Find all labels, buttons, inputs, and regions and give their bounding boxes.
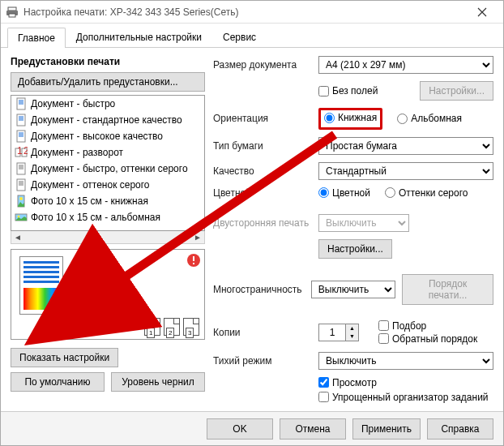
preset-label: Документ - высокое качество xyxy=(31,131,163,142)
doc-size-label: Размер документа xyxy=(213,59,312,71)
borderless-settings-button[interactable]: Настройки... xyxy=(420,81,493,101)
spread-icon: 12 xyxy=(15,146,28,159)
copies-down-button[interactable]: ▼ xyxy=(345,332,358,341)
tab-main[interactable]: Главное xyxy=(7,28,66,48)
copies-input[interactable] xyxy=(319,325,345,340)
preview-document-icon xyxy=(19,256,63,315)
copies-up-button[interactable]: ▲ xyxy=(345,324,358,332)
paper-type-select[interactable]: Простая бумага xyxy=(318,137,493,155)
quiet-label: Тихий режим xyxy=(213,355,312,367)
preset-item[interactable]: Фото 10 x 15 см - книжная xyxy=(11,193,204,209)
help-button[interactable]: Справка xyxy=(427,418,493,440)
quality-label: Качество xyxy=(213,165,312,177)
preset-label: Фото 10 x 15 см - альбомная xyxy=(31,212,160,223)
orientation-label: Ориентация xyxy=(213,113,312,124)
doc-icon xyxy=(15,130,28,143)
duplex-settings-button[interactable]: Настройки... xyxy=(318,239,392,259)
warning-icon xyxy=(186,253,201,268)
preset-label: Документ - быстро xyxy=(31,98,115,109)
reverse-checkbox[interactable]: Обратный порядок xyxy=(378,333,477,345)
preset-label: Документ - разворот xyxy=(31,147,123,158)
print-settings-window: Настройка печати: XP-342 343 345 Series(… xyxy=(0,0,504,446)
svg-rect-2 xyxy=(9,14,15,17)
ok-button[interactable]: OK xyxy=(207,418,273,440)
copies-spinner[interactable]: ▲▼ xyxy=(318,324,359,341)
preset-item[interactable]: Документ - высокое качество xyxy=(11,128,204,144)
scroll-right-button[interactable]: ► xyxy=(191,231,204,243)
doc-icon xyxy=(15,97,28,110)
svg-text:1: 1 xyxy=(17,146,23,157)
paper-type-label: Тип бумаги xyxy=(213,140,312,152)
apply-button[interactable]: Применить xyxy=(352,418,421,440)
svg-rect-21 xyxy=(193,256,194,261)
preset-label: Фото 10 x 15 см - книжная xyxy=(31,195,148,207)
add-remove-presets-button[interactable]: Добавить/Удалить предустановки... xyxy=(11,72,205,92)
preview-printer-icon xyxy=(71,259,128,316)
svg-rect-22 xyxy=(193,263,194,264)
doc-gray-icon xyxy=(15,178,28,191)
quality-select[interactable]: Стандартный xyxy=(318,162,493,180)
preview-checkbox[interactable]: Просмотр xyxy=(318,377,493,388)
left-panel: Предустановки печати Добавить/Удалить пр… xyxy=(11,56,205,403)
copies-label: Копии xyxy=(213,327,312,338)
preset-item[interactable]: Документ - стандартное качество xyxy=(11,112,204,128)
bottom-bar: OK Отмена Применить Справка xyxy=(1,411,503,445)
preset-item[interactable]: Документ - быстро xyxy=(11,96,204,112)
tab-advanced[interactable]: Дополнительные настройки xyxy=(66,27,212,47)
preset-label: Документ - оттенок серого xyxy=(31,179,150,191)
svg-text:2: 2 xyxy=(23,146,28,157)
photo-portrait-icon xyxy=(15,195,28,208)
scroll-strip: ◄ ► xyxy=(11,231,205,244)
multi-select[interactable]: Выключить xyxy=(311,281,395,298)
svg-rect-18 xyxy=(89,295,110,310)
presets-title: Предустановки печати xyxy=(11,56,205,67)
preview-panel: 1 2 3 xyxy=(11,249,205,340)
titlebar: Настройка печати: XP-342 343 345 Series(… xyxy=(1,1,503,24)
ink-levels-button[interactable]: Уровень чернил xyxy=(111,372,205,392)
mini-page-icon: 3 xyxy=(183,318,199,336)
default-button[interactable]: По умолчанию xyxy=(11,372,105,392)
scroll-left-button[interactable]: ◄ xyxy=(11,231,24,243)
color-color-radio[interactable]: Цветной xyxy=(318,187,370,199)
borderless-checkbox[interactable]: Без полей xyxy=(318,85,378,96)
quiet-select[interactable]: Выключить xyxy=(318,352,493,370)
simple-organizer-checkbox[interactable]: Упрощенный организатор заданий xyxy=(318,392,493,403)
mini-page-icon: 2 xyxy=(164,318,180,336)
doc-icon xyxy=(15,114,28,127)
print-order-button[interactable]: Порядок печати... xyxy=(402,274,493,305)
preset-list[interactable]: Документ - быстро Документ - стандартное… xyxy=(11,95,205,231)
color-label: Цветной xyxy=(213,187,312,199)
close-button[interactable] xyxy=(466,1,498,24)
doc-gray-icon xyxy=(15,162,28,175)
orientation-highlight: Книжная xyxy=(318,108,382,130)
orientation-landscape-radio[interactable]: Альбомная xyxy=(397,113,462,124)
tab-service[interactable]: Сервис xyxy=(212,27,267,47)
show-settings-button[interactable]: Показать настройки xyxy=(11,348,118,367)
duplex-select[interactable]: Выключить xyxy=(318,214,409,232)
collate-checkbox[interactable]: Подбор xyxy=(378,320,477,332)
doc-size-select[interactable]: A4 (210 x 297 мм) xyxy=(318,56,493,74)
orientation-portrait-radio[interactable]: Книжная xyxy=(324,112,377,123)
mini-pages: 1 2 3 xyxy=(144,318,199,336)
content: Предустановки печати Добавить/Удалить пр… xyxy=(1,48,503,411)
printer-icon xyxy=(6,6,19,19)
tab-bar: Главное Дополнительные настройки Сервис xyxy=(1,24,503,48)
preset-item[interactable]: Фото 10 x 15 см - альбомная xyxy=(11,209,204,225)
preset-label: Документ - быстро, оттенки серого xyxy=(31,163,188,174)
color-gray-radio[interactable]: Оттенки серого xyxy=(385,187,468,199)
duplex-label: Двусторонняя печать xyxy=(213,217,312,229)
preset-label: Документ - стандартное качество xyxy=(31,114,182,126)
mini-page-icon: 1 xyxy=(144,318,160,336)
svg-rect-0 xyxy=(8,7,16,11)
preset-item[interactable]: Документ - оттенок серого xyxy=(11,177,204,193)
svg-point-13 xyxy=(19,197,23,200)
window-title: Настройка печати: XP-342 343 345 Series(… xyxy=(23,6,466,18)
multi-label: Многостраничность xyxy=(213,284,305,295)
left-buttons: Показать настройки По умолчанию Уровень … xyxy=(11,348,205,392)
photo-landscape-icon xyxy=(15,211,28,224)
right-panel: Размер документа A4 (210 x 297 мм) Без п… xyxy=(213,56,493,403)
cancel-button[interactable]: Отмена xyxy=(280,418,346,440)
preset-item[interactable]: Документ - быстро, оттенки серого xyxy=(11,161,204,177)
preset-item[interactable]: 12Документ - разворот xyxy=(11,144,204,161)
